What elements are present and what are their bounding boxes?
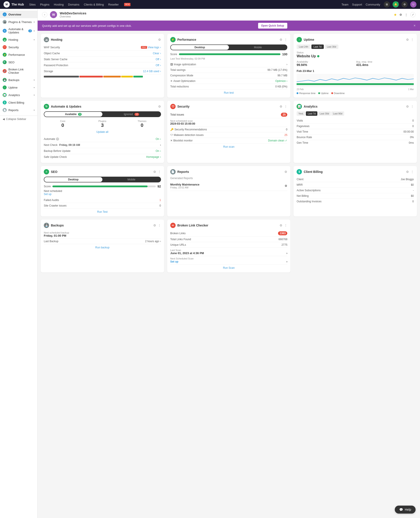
nav-community[interactable]: Community: [366, 3, 380, 6]
bounce-rate-value: 0%: [410, 136, 414, 139]
tab-30d[interactable]: Last 30d: [325, 45, 338, 49]
storage-value[interactable]: 12.4 GB used ›: [143, 70, 161, 73]
collapse-sidebar[interactable]: ◀ Collapse Sidebar: [0, 116, 37, 122]
hosting-gear-icon[interactable]: ⚙: [158, 38, 161, 41]
blc-run-scan-link[interactable]: Run Scan: [170, 266, 287, 269]
nav-clients-billing[interactable]: Clients & Billing: [84, 3, 104, 6]
automate-gear-icon[interactable]: ⚙: [158, 105, 161, 108]
reports-card: 📄 Reports ⚙ Generated Reports Monthly Ma…: [167, 166, 291, 216]
grid-icon[interactable]: ⊞: [384, 1, 390, 8]
chevron-icon-2: ▾: [34, 30, 35, 32]
reports-gear-icon[interactable]: ⚙: [285, 170, 287, 174]
billing-gear-icon[interactable]: ⚙: [406, 170, 409, 174]
tab-ignored[interactable]: Ignored 10: [102, 112, 161, 117]
password-value[interactable]: Off ›: [156, 64, 161, 67]
performance-menu-icon[interactable]: ⋮: [284, 38, 287, 41]
uptime-gear-icon[interactable]: ⚙: [406, 38, 409, 41]
seo-menu-icon[interactable]: ⋮: [158, 170, 161, 174]
seo-gear-icon[interactable]: ⚙: [153, 170, 156, 174]
hosting-icon: ☁: [3, 38, 7, 42]
static-cache-value[interactable]: Off ›: [156, 58, 161, 61]
sidebar-item-overview[interactable]: ⌂ Overview: [0, 11, 37, 18]
nav-hosting[interactable]: Hosting: [54, 3, 64, 6]
sidebar-item-backups[interactable]: 💾 Backups ▾: [0, 76, 37, 84]
asset-optimize-link[interactable]: Optimize ›: [275, 79, 287, 83]
sidebar-item-hosting[interactable]: ☁ Hosting ▾: [0, 36, 37, 43]
blc-menu-icon[interactable]: ⋮: [284, 224, 287, 227]
expand-icon[interactable]: ⤢: [410, 12, 416, 17]
sidebar-item-broken-link[interactable]: 🔗 Broken Link Checker: [0, 66, 37, 76]
update-all-link[interactable]: Update all: [44, 130, 161, 133]
image-opt-value[interactable]: ›: [286, 63, 287, 66]
security-menu-icon[interactable]: ⋮: [284, 105, 287, 108]
analytics-gen-time: Gen Time 0ms: [297, 140, 414, 146]
uptime-menu-icon[interactable]: ⋮: [411, 38, 414, 41]
chat-icon: 💬: [399, 508, 403, 511]
sidebar-item-security[interactable]: 🛡 Security: [0, 43, 37, 51]
sidebar-item-plugins-themes[interactable]: 🔌 Plugins & Themes ▾: [0, 18, 37, 26]
banner-close-icon[interactable]: ×: [413, 24, 416, 28]
billing-row-mrr: MRR $0: [297, 182, 414, 188]
nav-domains[interactable]: Domains: [68, 3, 79, 6]
tab-last7d[interactable]: Last 7d: [306, 111, 317, 116]
avatar-icon[interactable]: U: [410, 1, 416, 8]
run-test-link[interactable]: Run test: [170, 91, 287, 94]
nav-team[interactable]: Team: [341, 3, 349, 6]
blc-setup-link[interactable]: Set up: [170, 260, 179, 263]
quick-setup-button[interactable]: Open Quick Setup: [258, 23, 287, 29]
waf-link[interactable]: View logs: [148, 46, 159, 49]
seo-title-text: SEO: [51, 170, 58, 174]
run-backup-link[interactable]: Run backup: [44, 246, 161, 249]
sidebar-item-client-billing[interactable]: $ Client Billing: [0, 99, 37, 106]
tab-last30d[interactable]: Last 30d: [318, 111, 331, 116]
billing-menu-icon[interactable]: ⋮: [411, 170, 414, 174]
gear-icon[interactable]: ⚙: [401, 1, 408, 8]
hosting-card-header: ☁ Hosting ⚙: [44, 37, 161, 42]
tab-last90d[interactable]: Last 90d: [331, 111, 344, 116]
sidebar-item-seo[interactable]: 🔍 SEO: [0, 58, 37, 66]
sidebar-item-uptime[interactable]: ↑ Uptime ▾: [0, 84, 37, 91]
performance-gear-icon[interactable]: ⚙: [280, 38, 282, 41]
prev-arrow[interactable]: ‹: [42, 12, 47, 17]
seo-setup-link[interactable]: Set up: [44, 193, 161, 196]
analytics-tabs: Yest. Last 7d Last 30d Last 90d: [297, 111, 414, 116]
object-cache-value[interactable]: Clear ›: [153, 52, 161, 55]
nav-sites[interactable]: Sites: [29, 3, 36, 6]
sidebar-item-reports[interactable]: 📄 Reports ▾: [0, 106, 37, 114]
tab-yesterday[interactable]: Yest.: [297, 111, 305, 116]
security-gear-icon[interactable]: ⚙: [280, 105, 282, 108]
nav-reseller[interactable]: Reseller: [108, 3, 119, 6]
home-icon: ⌂: [3, 12, 7, 16]
sidebar-item-performance[interactable]: ⚡ Performance: [0, 51, 37, 58]
sidebar-item-automate[interactable]: ↻ Automate & Updates 3 ▾: [0, 26, 37, 36]
report-gear-icon[interactable]: ⚙: [285, 184, 287, 187]
tab-desktop[interactable]: Desktop: [171, 45, 229, 50]
nav-plugins[interactable]: Plugins: [40, 3, 50, 6]
tab-available[interactable]: Available 3: [44, 112, 102, 117]
analytics-menu-icon[interactable]: ⋮: [411, 105, 414, 108]
logo[interactable]: M The Hub: [4, 1, 24, 8]
savings-label: Total savings: [170, 68, 186, 71]
site-settings-icon[interactable]: ⚙: [399, 13, 402, 16]
seo-run-test-link[interactable]: Run Test: [44, 210, 161, 213]
seo-tab-mobile[interactable]: Mobile: [102, 177, 161, 182]
nav-support[interactable]: Support: [352, 3, 362, 6]
tab-mobile[interactable]: Mobile: [229, 45, 287, 50]
automate-row-automate: Automate ? On ›: [44, 136, 161, 142]
tab-24h[interactable]: Last 24h: [297, 45, 310, 49]
seo-tab-desktop[interactable]: Desktop: [44, 177, 102, 182]
client-value: Joe Bloggs: [401, 178, 414, 181]
bell-icon[interactable]: 🔔: [393, 1, 399, 8]
favorite-star-icon[interactable]: ★: [394, 13, 397, 17]
visits-value: 0: [412, 119, 414, 122]
blc-gear-icon[interactable]: ⚙: [280, 224, 282, 227]
site-menu-icon[interactable]: ⋮: [405, 13, 408, 16]
help-button[interactable]: 💬 Help: [395, 506, 416, 514]
run-scan-link[interactable]: Run scan: [170, 145, 287, 148]
reductions-label: Total reductions: [170, 85, 189, 88]
tab-7d[interactable]: Last 7d: [311, 45, 324, 49]
backups-menu-icon[interactable]: ⋮: [158, 224, 161, 227]
analytics-gear-icon[interactable]: ⚙: [406, 105, 409, 108]
sidebar-item-analytics[interactable]: 📊 Analytics ▾: [0, 91, 37, 99]
backups-gear-icon[interactable]: ⚙: [153, 224, 156, 227]
